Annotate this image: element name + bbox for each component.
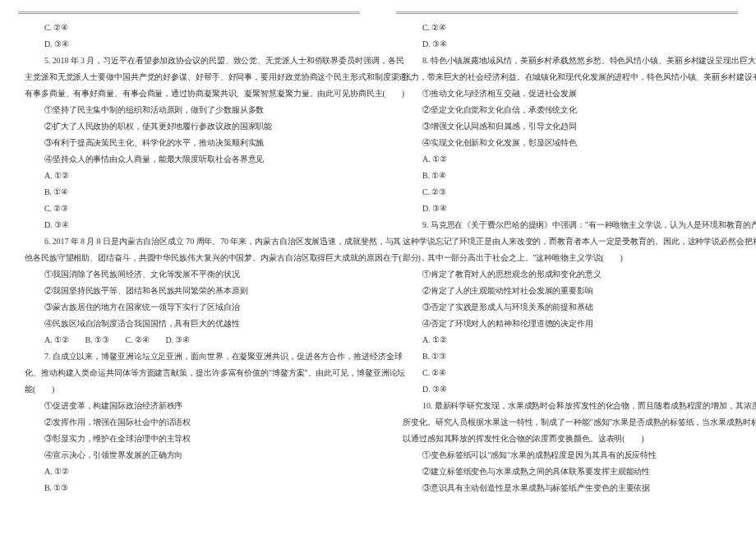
q6-opt-2: ②我国坚持民族平等、团结和各民族共同繁荣的基本原则 [25,283,353,299]
q8-opt-4: ④实现文化创新和文化发展，彰显区域特色 [403,135,731,151]
q7-opt-1: ①促进变革，构建国际政治经济新秩序 [25,398,353,414]
q10-opt-1: ①变色标签纸可以"感知"水果的成熟程度是因为其具有的反应特性 [403,447,731,464]
q9-opt-1: ①肯定了教育对人的思想观念的形成和变化的意义 [403,266,731,283]
q10-text-2: 所变化。研究人员根据水果这一特性，制成了一种能"感知"水果是否成熟的标签纸，当水… [403,414,731,431]
q5-opt-3: ③有利于提高决策民主化、科学化的水平，推动决策顺利实施 [25,135,353,151]
q7-text-1: 7. 自成立以来，博鳌亚洲论坛立足亚洲，面向世界，在凝聚亚洲共识，促进各方合作，… [25,348,353,365]
q8-option-b: B. ①④ [403,168,731,184]
left-column: C. ②④ D. ③④ 5. 2018 年 3 月，习近平在看望参加政协会议的民… [0,0,378,535]
q4-option-d: D. ③④ [25,36,353,53]
q8-opt-1: ①推动文化与经济相互交融，促进社会发展 [403,85,731,102]
q5-text-1: 5. 2018 年 3 月，习近平在看望参加政协会议的民盟、致公党、无党派人士和… [25,53,353,69]
q9-text-2: 这种学说忘记了环境正是由人来改变的，而教育者本人一定是受教育的。因此，这种学说必… [403,233,731,250]
q8-text-1: 8. 特色小镇展露地域风情，美丽乡村承载悠悠乡愁。特色风情小镇、美丽乡村建设呈现… [403,53,731,69]
q8-option-d: D. ③④ [403,201,731,217]
q9-text-1: 9. 马克思在《关于费尔巴哈的提纲》中强调："有一种唯物主义学说，认为人是环境和… [403,217,731,233]
q8-option-a: A. ①② [403,151,731,168]
q6-text-1: 6. 2017 年 8 月 8 日是内蒙古自治区成立 70 周年。70 年来，内… [25,233,353,250]
q7-text-2: 化、推动构建人类命运共同体等方面建言献策，提出许多富有价值的"博鳌方案"。由此可… [25,365,353,381]
q7-option-a: A. ①② [25,464,353,480]
q9-option-d: D. ③④ [403,381,731,398]
q5-opt-4: ④坚持众人的事情由众人商量，能最大限度听取社会各界意见 [25,151,353,168]
q7-text-3: 能( ) [25,381,353,398]
q9-option-c: C. ②④ [403,365,731,381]
q7-option-d: D. ③④ [403,36,731,53]
q9-opt-4: ④否定了环境对人的精神和伦理道德的决定作用 [403,316,731,332]
q6-options: A. ①② B. ①③ C. ②④ D. ③④ [25,332,353,348]
q6-opt-4: ④民族区域自治制度适合我国国情，具有巨大的优越性 [25,316,353,332]
q8-text-2: 张力，带来巨大的社会经济利益。在城镇化和现代化发展的进程中，特色风情小镇、美丽乡… [403,69,731,85]
q10-text-1: 10. 最新科学研究发现，水果成熟时会释放挥发性的化合物，而且随着成熟程度的增加… [403,398,731,414]
q9-text-3: 部分，其中一部分高出于社会之上。"这种唯物主义学说( ) [403,250,731,266]
q5-option-a: A. ①② [25,168,353,184]
q6-text-2: 他各民族守望相助、团结奋斗，共圆中华民族伟大复兴的中国梦。内蒙古自治区取得巨大成… [25,250,353,266]
q8-option-c: C. ②③ [403,184,731,201]
q5-option-d: D. ③④ [25,217,353,233]
q7-option-c: C. ②④ [403,20,731,36]
q10-opt-2: ②建立标签纸变色与水果成熟之间的具体联系要发挥主观能动性 [403,464,731,480]
q7-option-b: B. ①③ [25,480,353,496]
q7-opt-3: ③彰显实力，维护在全球治理中的主导权 [25,431,353,447]
q8-opt-3: ③增强文化认同感和归属感，引导文化趋同 [403,118,731,135]
q10-text-3: 以通过感知其释放的挥发性化合物的浓度而变换颜色。这表明( ) [403,431,731,447]
q6-opt-3: ③蒙古族居住的地方在国家统一领导下实行了区域自治 [25,299,353,316]
q5-opt-2: ②扩大了人民政协的职权，使其更好地履行参政议政的国家职能 [25,118,353,135]
q9-option-b: B. ①③ [403,348,731,365]
q5-text-3: 有事多商量、有事好商量、有事会商量，通过协商凝聚共识、凝聚智慧凝聚力量。由此可见… [25,85,353,102]
q9-opt-2: ②肯定了人的主观能动性对社会发展的重要影响 [403,283,731,299]
q4-option-c: C. ②④ [25,20,353,36]
q5-option-b: B. ①④ [25,184,353,201]
q6-opt-1: ①我国消除了各民族间经济、文化等发展不平衡的状况 [25,266,353,283]
q7-opt-4: ④宣示决心，引领世界发展的正确方向 [25,447,353,464]
q10-opt-3: ③意识具有主动创造性是水果成熟与标签纸产生变色的主要依据 [403,480,731,496]
q5-option-c: C. ②③ [25,201,353,217]
right-column: C. ②④ D. ③④ 8. 特色小镇展露地域风情，美丽乡村承载悠悠乡愁。特色风… [378,0,756,535]
q5-opt-1: ①坚持了民主集中制的组织和活动原则，做到了少数服从多数 [25,102,353,118]
q9-opt-3: ③否定了实践是形成人与环境关系的前提和基础 [403,299,731,316]
q8-opt-2: ②坚定文化自觉和文化自信，承袭传统文化 [403,102,731,118]
q7-opt-2: ②发挥作用，增强在国际社会中的话语权 [25,414,353,431]
q5-text-2: 主党派和无党派人士要做中国共产党的好参谋、好帮手、好同事，要用好政党协商这个民主… [25,69,353,85]
q9-option-a: A. ①② [403,332,731,348]
